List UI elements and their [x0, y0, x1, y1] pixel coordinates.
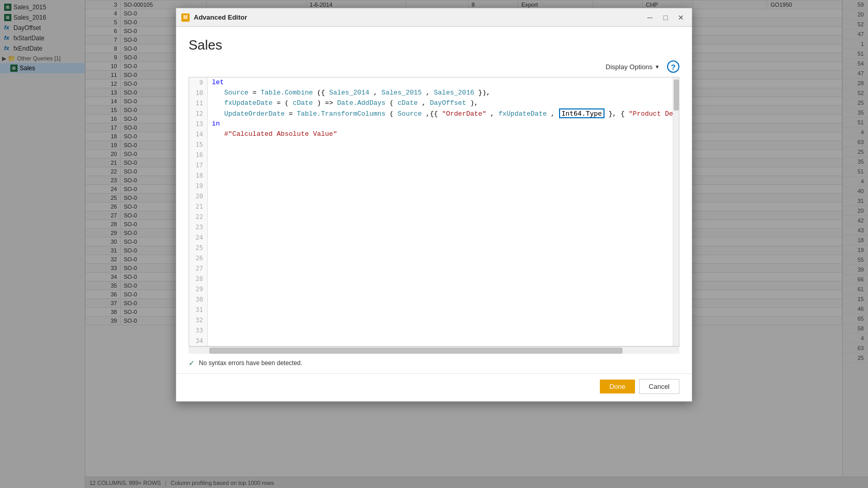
gutter-line-12: 12: [189, 108, 207, 119]
code-line-14: #"Calculated Absolute Value": [212, 129, 669, 139]
code-line-16: [212, 150, 669, 160]
gutter-line-22: 22: [189, 212, 207, 222]
help-button[interactable]: ?: [667, 60, 679, 73]
display-options-label: Display Options: [606, 63, 653, 71]
gutter-line-16: 16: [189, 150, 207, 160]
code-line-22: [212, 212, 669, 222]
gutter-line-10: 10: [189, 88, 207, 98]
h-scrollbar-thumb[interactable]: [209, 348, 623, 354]
cancel-button[interactable]: Cancel: [639, 379, 679, 394]
code-line-9: let: [212, 77, 669, 88]
code-line-33: [212, 325, 669, 336]
gutter-line-11: 11: [189, 98, 207, 108]
gutter-line-31: 31: [189, 305, 207, 315]
code-editor[interactable]: 9 10 11 12 13 14 15 16 17 18 19 20 21 22…: [189, 77, 679, 347]
code-line-15: [212, 139, 669, 150]
gutter-line-9: 9: [189, 77, 207, 88]
display-options-button[interactable]: Display Options ▼: [602, 61, 663, 73]
code-line-34: [212, 336, 669, 346]
code-line-23: [212, 222, 669, 232]
code-line-32: [212, 315, 669, 325]
code-line-11: fxUpdateDate = ( cDate ) => Date.AddDays…: [212, 98, 669, 108]
modal-query-name: Sales: [189, 37, 679, 53]
code-line-18: [212, 170, 669, 181]
code-line-13: in: [212, 119, 669, 129]
gutter-line-30: 30: [189, 294, 207, 305]
gutter-line-32: 32: [189, 315, 207, 325]
code-line-21: [212, 201, 669, 212]
scrollbar-thumb[interactable]: [674, 80, 679, 111]
code-line-31: [212, 305, 669, 315]
modal-footer: Done Cancel: [176, 373, 692, 401]
modal-body: Sales Display Options ▼ ? 9 10 11 12 13: [176, 27, 692, 373]
code-line-19: [212, 181, 669, 191]
modal-titlebar: M Advanced Editor ─ □ ✕: [176, 8, 692, 27]
gutter-line-21: 21: [189, 201, 207, 212]
gutter-line-17: 17: [189, 160, 207, 170]
gutter-line-27: 27: [189, 263, 207, 274]
gutter-line-15: 15: [189, 139, 207, 150]
gutter-line-14: 14: [189, 129, 207, 139]
check-icon: ✓: [189, 359, 195, 367]
code-line-28: [212, 274, 669, 284]
modal-app-icon: M: [181, 13, 190, 22]
code-line-26: [212, 253, 669, 263]
modal-close-button[interactable]: ✕: [675, 12, 687, 23]
gutter-line-20: 20: [189, 191, 207, 201]
code-line-17: [212, 160, 669, 170]
code-line-24: [212, 232, 669, 243]
code-line-10: Source = Table.Combine ({ Sales_2014 , S…: [212, 88, 669, 98]
code-gutter: 9 10 11 12 13 14 15 16 17 18 19 20 21 22…: [189, 77, 208, 346]
gutter-line-33: 33: [189, 325, 207, 336]
gutter-line-28: 28: [189, 274, 207, 284]
gutter-line-29: 29: [189, 284, 207, 294]
chevron-down-icon: ▼: [655, 64, 660, 70]
modal-minimize-button[interactable]: ─: [644, 12, 656, 23]
code-line-20: [212, 191, 669, 201]
gutter-line-23: 23: [189, 222, 207, 232]
gutter-line-24: 24: [189, 232, 207, 243]
modal-overlay: M Advanced Editor ─ □ ✕ Sales Display Op…: [0, 0, 868, 488]
modal-status-text: No syntax errors have been detected.: [199, 359, 302, 367]
modal-status-area: ✓ No syntax errors have been detected.: [189, 359, 679, 367]
int64-type-highlight: Int64.Type: [559, 108, 605, 118]
gutter-line-19: 19: [189, 181, 207, 191]
done-button[interactable]: Done: [600, 380, 634, 393]
gutter-line-34: 34: [189, 336, 207, 346]
advanced-editor-modal: M Advanced Editor ─ □ ✕ Sales Display Op…: [176, 8, 692, 402]
code-horizontal-scrollbar[interactable]: [189, 347, 679, 354]
code-content-area[interactable]: let Source = Table.Combine ({ Sales_2014…: [208, 77, 673, 346]
gutter-line-18: 18: [189, 170, 207, 181]
code-line-25: [212, 243, 669, 253]
modal-toolbar: Display Options ▼ ?: [189, 60, 679, 73]
gutter-line-25: 25: [189, 243, 207, 253]
code-vertical-scrollbar[interactable]: [673, 77, 679, 346]
code-line-12: UpdateOrderDate = Table.TransformColumns…: [212, 108, 669, 119]
code-line-27: [212, 263, 669, 274]
gutter-line-13: 13: [189, 119, 207, 129]
code-line-29: [212, 284, 669, 294]
modal-title: Advanced Editor: [194, 13, 640, 21]
gutter-line-26: 26: [189, 253, 207, 263]
modal-maximize-button[interactable]: □: [660, 12, 671, 23]
code-line-30: [212, 294, 669, 305]
